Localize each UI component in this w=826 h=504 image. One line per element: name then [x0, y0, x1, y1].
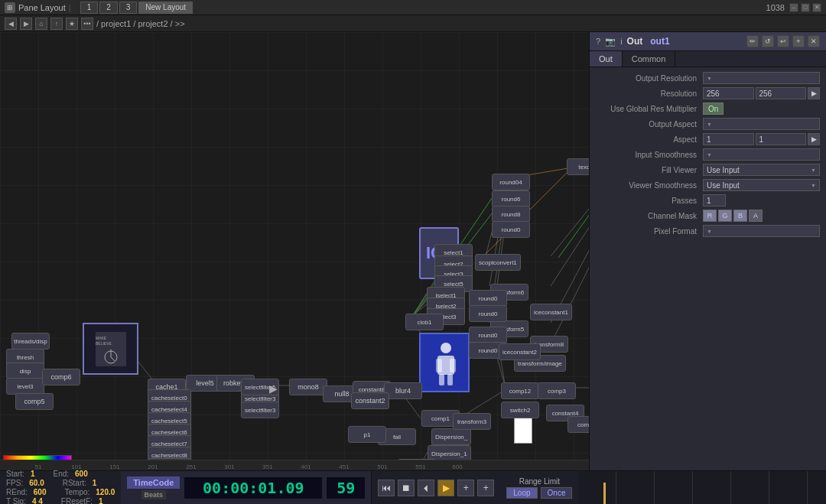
tick-251: 251	[186, 463, 196, 470]
svg-rect-48	[450, 359, 456, 372]
step-forward-button[interactable]: +	[457, 480, 474, 496]
nav-home-button[interactable]: ⌂	[35, 18, 47, 30]
prop-output-resolution: Output Resolution	[590, 70, 826, 86]
channel-r-button[interactable]: R	[703, 210, 717, 222]
layout-tabs: 1 2 3 New Layout	[80, 2, 197, 14]
loop-button[interactable]: Loop	[506, 487, 537, 499]
round0c-node[interactable]: round0	[469, 305, 507, 322]
beats-label: Beats	[141, 490, 167, 499]
skip-start-button[interactable]: ⏮	[378, 480, 395, 496]
svg-point-45	[441, 343, 451, 353]
prop-close-icon[interactable]: ✕	[808, 35, 820, 47]
output-aspect-dropdown[interactable]	[703, 118, 820, 130]
nav-back-button[interactable]: ◀	[5, 18, 17, 30]
disp-node[interactable]: disp	[6, 363, 44, 379]
viewer-smoothness-dropdown[interactable]: Use Input	[703, 179, 820, 191]
fps-label: FPS:	[6, 479, 23, 487]
once-button[interactable]: Once	[541, 487, 573, 499]
output-aspect-label: Output Aspect	[596, 120, 703, 128]
nav-dots-button[interactable]: •••	[81, 18, 93, 30]
dispersion-node[interactable]: Dispersion_	[431, 428, 471, 445]
output-resolution-dropdown[interactable]	[703, 72, 820, 84]
transform3-node[interactable]: transform3	[453, 413, 491, 430]
scoptconvert1-node[interactable]: scoptconvert1	[475, 254, 521, 271]
prop-edit-icon[interactable]: ✏	[746, 35, 759, 47]
prop-add-icon[interactable]: +	[792, 35, 805, 47]
svg-line-15	[138, 361, 153, 380]
channel-a-button[interactable]: A	[749, 210, 763, 222]
level1-preview-node[interactable]: MAKE BELIEVE	[83, 323, 138, 375]
tab-out[interactable]: Out	[590, 51, 623, 67]
stat-row-tempo: REnd: 600 Tempo: 120.0	[6, 488, 115, 496]
global-res-toggle[interactable]: On	[703, 102, 724, 115]
round0b-node[interactable]: round0	[469, 290, 507, 307]
resolution-arrow[interactable]: ▶	[808, 87, 820, 99]
prop-icon-info: i	[620, 37, 622, 46]
comp3-node[interactable]: comp3	[538, 382, 576, 399]
tab-3[interactable]: 3	[119, 2, 138, 14]
play-button[interactable]: ▶	[437, 480, 454, 496]
selectfilter3b-node[interactable]: selectfilter3	[241, 402, 279, 418]
timecode-display[interactable]: 00:00:01.09	[184, 477, 322, 499]
switch2-node[interactable]: switch2	[501, 402, 539, 418]
tab-1[interactable]: 1	[80, 2, 99, 14]
stat-row-start: Start: 1 End: 600	[6, 470, 115, 478]
central-preview-node[interactable]	[419, 333, 470, 392]
texd1-node[interactable]: texd1	[567, 158, 589, 175]
prop-global-res: Use Global Res Multiplier On	[590, 101, 826, 116]
prop-rotate-icon[interactable]: ↺	[762, 35, 774, 47]
round04-node[interactable]: round04	[492, 174, 530, 190]
level1-preview-content: MAKE BELIEVE	[84, 324, 137, 373]
channel-mask-label: Channel Mask	[596, 212, 703, 220]
top-bar: ⊞ Pane Layout | 1 2 3 New Layout 1038 – …	[0, 0, 826, 15]
pixel-format-dropdown[interactable]	[703, 225, 820, 237]
frame-display[interactable]: 59	[327, 477, 365, 499]
main-area: None ICe MAKE BELIEVE	[0, 32, 826, 470]
comp12-node[interactable]: comp12	[501, 382, 539, 399]
timeline-section[interactable]	[578, 471, 826, 504]
comp6-node[interactable]: comp6	[42, 369, 80, 385]
prop-undo-icon[interactable]: ↩	[777, 35, 789, 47]
timecode-label[interactable]: TimeCode	[127, 476, 180, 489]
comp5-node[interactable]: comp5	[15, 393, 54, 410]
mono8-node[interactable]: mono8	[289, 379, 327, 395]
svg-text:MAKE: MAKE	[96, 336, 107, 340]
round6-node[interactable]: round6	[492, 190, 530, 207]
nav-forward-button[interactable]: ▶	[20, 18, 32, 30]
tick-301: 301	[224, 463, 234, 470]
channel-g-button[interactable]: G	[718, 210, 732, 222]
aspect-h-value: 1	[756, 133, 807, 145]
skip-end-button[interactable]: +	[477, 480, 494, 496]
tab-new-layout[interactable]: New Layout	[138, 2, 193, 14]
round8-node[interactable]: round8	[492, 206, 530, 223]
input-smoothness-dropdown[interactable]	[703, 148, 820, 161]
level3-node[interactable]: level3	[6, 378, 44, 395]
tab-2[interactable]: 2	[99, 2, 118, 14]
freset-value: 1	[99, 497, 103, 504]
round0a-node[interactable]: round0	[492, 221, 530, 238]
comp7-node[interactable]: comp7	[567, 416, 589, 433]
restore-button[interactable]: □	[801, 3, 810, 12]
fill-viewer-label: Fill Viewer	[596, 166, 703, 174]
round0d-node[interactable]: round0	[469, 327, 507, 343]
clob1-node[interactable]: clob1	[405, 314, 444, 330]
svg-line-7	[551, 237, 589, 344]
nav-star-button[interactable]: ★	[66, 18, 78, 30]
iceconstant1-node[interactable]: iceconstant1	[530, 304, 572, 320]
tab-common[interactable]: Common	[623, 51, 676, 67]
step-back-button[interactable]: ⏴	[418, 480, 434, 496]
minimize-button[interactable]: –	[789, 3, 798, 12]
svg-text:BELIEVE: BELIEVE	[96, 341, 112, 346]
nav-up-button[interactable]: ↑	[50, 18, 63, 30]
iceconstant2-node[interactable]: iceconstant2	[499, 343, 541, 360]
aspect-arrow[interactable]: ▶	[808, 133, 820, 145]
stop-button[interactable]: ⏹	[398, 480, 415, 496]
close-button[interactable]: ✕	[812, 3, 821, 12]
fill-viewer-dropdown[interactable]: Use Input	[703, 164, 820, 176]
p1-node[interactable]: p1	[348, 426, 386, 443]
node-editor[interactable]: None ICe MAKE BELIEVE	[0, 32, 589, 470]
channel-b-button[interactable]: B	[733, 210, 747, 222]
blur4-node[interactable]: blur4	[384, 382, 422, 399]
threads-disp-node[interactable]: threads/disp	[11, 333, 50, 350]
constant2-node[interactable]: constant2	[351, 392, 389, 409]
